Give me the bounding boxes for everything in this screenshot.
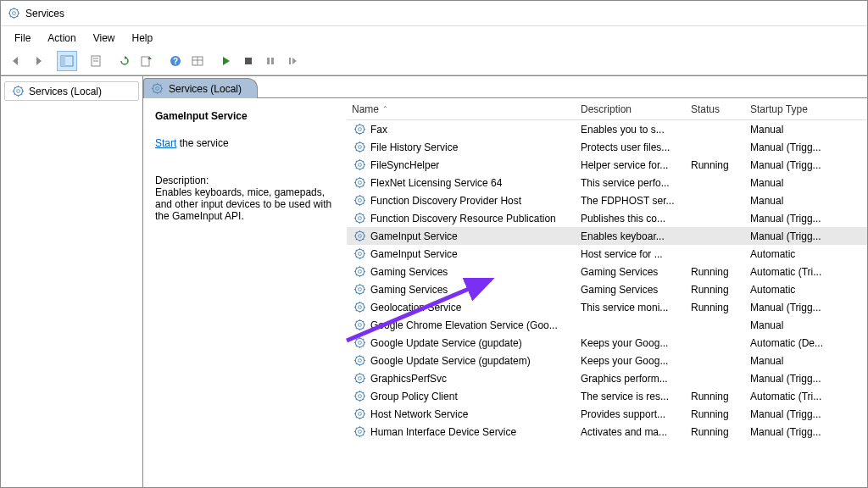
- service-startup: Automatic (Tri...: [745, 387, 847, 406]
- col-startup[interactable]: Startup Type: [745, 100, 847, 119]
- service-row[interactable]: FlexNet Licensing Service 64This service…: [347, 174, 867, 191]
- service-row[interactable]: FileSyncHelperHelper service for...Runni…: [347, 156, 867, 174]
- service-desc: Keeps your Goog...: [576, 352, 686, 370]
- tree-root-services-local[interactable]: Services (Local): [4, 81, 139, 101]
- service-row[interactable]: Human Interface Device ServiceActivates …: [347, 423, 867, 441]
- service-desc: This service perfo...: [576, 174, 686, 192]
- service-row[interactable]: File History ServiceProtects user files.…: [347, 138, 867, 156]
- service-name: Function Discovery Resource Publication: [370, 213, 556, 225]
- service-status: Running: [686, 387, 745, 406]
- service-name: Human Interface Device Service: [370, 426, 516, 438]
- restart-icon: [287, 56, 298, 66]
- col-description[interactable]: Description: [576, 100, 686, 119]
- service-row[interactable]: Google Update Service (gupdatem)Keeps yo…: [347, 352, 867, 369]
- service-row[interactable]: Gaming ServicesGaming ServicesRunningAut…: [347, 280, 867, 298]
- filter-button[interactable]: [187, 51, 208, 71]
- service-status: [686, 358, 745, 364]
- service-row[interactable]: FaxEnables you to s...Manual: [347, 120, 867, 138]
- gear-icon: [353, 408, 366, 420]
- service-row[interactable]: GraphicsPerfSvcGraphics perform...Manual…: [347, 369, 867, 387]
- service-name: GameInput Service: [370, 230, 458, 242]
- toolbar: ?: [1, 47, 867, 75]
- svg-text:?: ?: [173, 57, 178, 66]
- service-name: GameInput Service: [370, 248, 458, 260]
- sort-caret-icon: ⌃: [382, 105, 388, 113]
- properties-button[interactable]: [86, 51, 106, 71]
- menu-help[interactable]: Help: [124, 30, 162, 46]
- menu-file[interactable]: File: [6, 30, 39, 46]
- gear-icon: [353, 141, 366, 153]
- tree-root-label: Services (Local): [29, 86, 102, 97]
- tree-pane: Services (Local): [1, 76, 143, 488]
- refresh-button[interactable]: [114, 51, 135, 71]
- menu-view[interactable]: View: [85, 30, 124, 46]
- service-startup: Manual (Trigg...: [745, 138, 847, 157]
- service-row[interactable]: Google Update Service (gupdate)Keeps you…: [347, 334, 867, 352]
- gear-icon: [353, 301, 366, 313]
- gear-icon: [353, 390, 366, 402]
- list-header: Name⌃ Description Status Startup Type: [347, 98, 867, 120]
- service-row[interactable]: Function Discovery Provider HostThe FDPH…: [347, 191, 867, 209]
- svg-rect-11: [61, 56, 65, 66]
- gear-icon: [353, 158, 366, 171]
- service-name: Function Discovery Provider Host: [370, 195, 521, 207]
- service-status: [686, 375, 745, 382]
- stop-service-button[interactable]: [238, 51, 259, 71]
- service-startup: Manual (Trigg...: [745, 369, 847, 388]
- gear-icon: [353, 123, 366, 136]
- service-status: [686, 251, 745, 258]
- service-startup: Automatic (De...: [745, 334, 847, 352]
- service-row[interactable]: GameInput ServiceEnables keyboar...Manua…: [347, 227, 867, 245]
- service-desc: This service moni...: [576, 298, 686, 317]
- service-status: [686, 180, 745, 186]
- service-name: Fax: [370, 124, 387, 136]
- service-startup: Manual: [745, 174, 847, 192]
- detail-desc-body: Enables keyboards, mice, gamepads, and o…: [155, 186, 337, 222]
- play-icon: [221, 56, 231, 66]
- window-title: Services: [25, 8, 64, 19]
- service-row[interactable]: Google Chrome Elevation Service (Goo...M…: [347, 316, 867, 334]
- service-startup: Automatic: [745, 280, 847, 299]
- export-button[interactable]: [136, 51, 157, 71]
- service-startup: Manual (Trigg...: [745, 423, 847, 441]
- detail-start-line: Start the service: [155, 137, 337, 149]
- pause-service-button[interactable]: [260, 51, 281, 71]
- menu-action[interactable]: Action: [39, 30, 84, 46]
- gear-icon: [353, 212, 366, 225]
- help-button[interactable]: ?: [165, 51, 186, 71]
- forward-button[interactable]: [28, 51, 48, 71]
- col-status[interactable]: Status: [686, 100, 745, 119]
- service-row[interactable]: Gaming ServicesGaming ServicesRunningAut…: [347, 263, 867, 280]
- grid-icon: [191, 55, 204, 67]
- service-row[interactable]: Geolocation ServiceThis service moni...R…: [347, 298, 867, 316]
- service-desc: Gaming Services: [576, 280, 686, 299]
- service-row[interactable]: Group Policy ClientThe service is res...…: [347, 387, 867, 405]
- service-list: Name⌃ Description Status Startup Type Fa…: [347, 98, 867, 488]
- gear-icon: [353, 247, 366, 260]
- tab-bar: Services (Local): [143, 76, 867, 98]
- start-link[interactable]: Start: [155, 137, 176, 149]
- page-icon: [89, 55, 103, 67]
- service-status: [686, 197, 745, 204]
- service-row[interactable]: Host Network ServiceProvides support...R…: [347, 405, 867, 423]
- service-row[interactable]: Function Discovery Resource PublicationP…: [347, 209, 867, 227]
- service-status: Running: [686, 156, 745, 175]
- service-startup: Manual (Trigg...: [745, 298, 847, 317]
- pause-icon: [265, 56, 275, 66]
- gear-icon: [353, 230, 366, 242]
- service-status: Running: [686, 280, 745, 299]
- start-service-button[interactable]: [216, 51, 236, 71]
- back-button[interactable]: [6, 51, 26, 71]
- service-desc: Activates and ma...: [576, 423, 686, 441]
- show-hide-tree-button[interactable]: [57, 51, 77, 71]
- service-startup: Manual: [745, 352, 847, 370]
- service-desc: Gaming Services: [576, 263, 686, 281]
- service-row[interactable]: GameInput ServiceHost service for ...Aut…: [347, 245, 867, 263]
- col-name[interactable]: Name⌃: [347, 100, 576, 119]
- service-desc: Enables you to s...: [576, 120, 686, 139]
- restart-service-button[interactable]: [282, 51, 303, 71]
- gear-icon: [353, 194, 366, 207]
- arrow-left-icon: [9, 55, 23, 67]
- tab-services-local[interactable]: Services (Local): [143, 78, 258, 98]
- service-startup: Manual (Trigg...: [745, 209, 847, 228]
